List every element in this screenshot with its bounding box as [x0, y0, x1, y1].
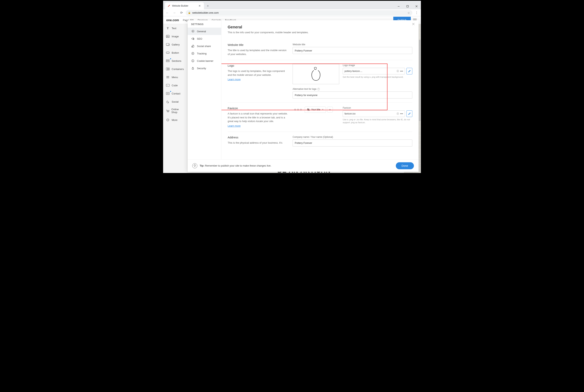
- svg-point-26: [168, 120, 168, 120]
- company-name-input[interactable]: [292, 140, 412, 146]
- tool-social[interactable]: Social: [163, 98, 187, 106]
- close-window-icon[interactable]: [412, 3, 421, 9]
- help-icon[interactable]: ?: [317, 88, 320, 90]
- back-icon[interactable]: ←: [165, 10, 170, 16]
- svg-rect-1: [407, 6, 408, 7]
- svg-rect-13: [168, 69, 169, 70]
- page-title: General: [228, 25, 412, 29]
- app-logo: one.com: [166, 18, 179, 22]
- learn-more-link[interactable]: Learn more: [228, 78, 240, 81]
- sidebar-item-general[interactable]: General: [188, 28, 221, 35]
- svg-rect-8: [166, 52, 169, 54]
- section-desc: The logo is used by templates, the logo …: [228, 69, 288, 77]
- pencil-icon: [408, 112, 411, 115]
- tool-button[interactable]: Button: [163, 48, 187, 57]
- tool-contact[interactable]: Contact: [163, 90, 187, 98]
- vase-icon: [310, 66, 322, 82]
- more-options-icon[interactable]: •••: [400, 112, 403, 115]
- favicon-file-input[interactable]: favicon.ico ⓧ •••: [343, 110, 405, 117]
- more-options-icon[interactable]: •••: [400, 70, 403, 72]
- sidebar-item-tracking[interactable]: Tracking: [188, 50, 221, 57]
- logo-alt-input[interactable]: [292, 92, 412, 98]
- tool-image[interactable]: Image: [163, 32, 187, 40]
- tool-containers[interactable]: Containers: [163, 65, 187, 73]
- logo-file-input[interactable]: pottery-favicon.... ⓧ •••: [343, 68, 405, 74]
- section-desc: The title is used by templates and the m…: [228, 48, 288, 56]
- callout-arrow-icon: ➤: [222, 53, 223, 66]
- browser-toolbar: ← → ⟳ 🔒 websitebuilder.one.com ☆ ⋮: [163, 9, 421, 16]
- svg-text:+: +: [167, 84, 168, 86]
- browser-menu-icon[interactable]: ⋮: [414, 10, 419, 16]
- section-desc: A favicon is a small icon that represent…: [228, 112, 288, 123]
- tool-more[interactable]: More: [163, 116, 187, 124]
- browser-tab[interactable]: Website Builder ✕: [165, 2, 204, 9]
- settings-sidebar-title: SETTINGS: [188, 20, 221, 28]
- edit-favicon-button[interactable]: [406, 110, 412, 117]
- section-address: Address This is the physical address of …: [228, 132, 412, 150]
- url-bar[interactable]: 🔒 websitebuilder.one.com ☆: [186, 10, 412, 16]
- svg-point-25: [167, 120, 168, 120]
- forward-icon[interactable]: →: [172, 10, 177, 16]
- bookmark-star-icon[interactable]: ☆: [408, 11, 410, 14]
- section-heading: Website title: [228, 43, 288, 46]
- svg-rect-11: [166, 68, 168, 70]
- pencil-icon: [408, 70, 411, 72]
- tool-code[interactable]: +Code: [163, 81, 187, 90]
- section-heading: Address: [228, 136, 288, 139]
- tool-sections[interactable]: Sections: [163, 57, 187, 65]
- tool-text[interactable]: TText: [163, 24, 187, 32]
- edit-logo-button[interactable]: [406, 68, 412, 74]
- minimize-icon[interactable]: [394, 3, 403, 9]
- svg-rect-34: [192, 68, 194, 70]
- done-button[interactable]: Done: [396, 162, 414, 169]
- tab-title: Website Builder: [172, 4, 198, 7]
- svg-point-32: [193, 61, 194, 61]
- maximize-icon[interactable]: [403, 3, 412, 9]
- close-tab-icon[interactable]: ✕: [198, 4, 202, 8]
- brush-icon: [168, 4, 170, 8]
- url-text: websitebuilder.one.com: [192, 11, 219, 14]
- more-icon: [166, 118, 170, 122]
- svg-point-29: [192, 53, 193, 54]
- window-controls: [394, 3, 421, 9]
- favicon-tab-preview: 🐈‍⬛ Your title ✕ ＋: [292, 106, 339, 113]
- settings-content: General This is the info used for your c…: [222, 20, 418, 159]
- cat-icon: 🐈‍⬛: [307, 108, 310, 111]
- clear-file-icon[interactable]: ⓧ: [396, 70, 399, 73]
- tool-online-shop[interactable]: Online Shop: [163, 106, 187, 116]
- scrollbar-thumb[interactable]: [419, 40, 420, 121]
- svg-point-33: [192, 61, 193, 62]
- svg-point-31: [192, 60, 193, 61]
- learn-more-link[interactable]: Learn more: [228, 124, 240, 127]
- tool-menu[interactable]: Menu: [163, 73, 187, 81]
- scrollbar[interactable]: [418, 40, 421, 167]
- page-subtitle: This is the info used for your component…: [228, 31, 412, 34]
- gear-icon: [191, 30, 194, 33]
- sidebar-item-social-share[interactable]: Social share: [188, 42, 221, 50]
- field-label: Website title: [292, 43, 412, 46]
- svg-point-27: [168, 120, 168, 120]
- containers-icon: [166, 67, 170, 71]
- section-desc: This is the physical address of your bus…: [228, 141, 288, 145]
- logo-preview: [292, 64, 339, 84]
- sidebar-item-security[interactable]: Security: [188, 64, 221, 72]
- thumbs-up-icon: [191, 44, 194, 48]
- tab-strip: Website Builder ✕ ＋: [163, 1, 421, 9]
- social-icon: [166, 100, 170, 104]
- sections-icon: [166, 59, 170, 63]
- svg-rect-19: [166, 92, 169, 95]
- field-label: Favicon: [343, 106, 412, 109]
- logo-hint: Get the best result by using a .png with…: [343, 76, 412, 78]
- plus-icon: ＋: [327, 107, 333, 112]
- tool-gallery[interactable]: Gallery: [163, 40, 187, 48]
- reload-icon[interactable]: ⟳: [179, 10, 184, 16]
- shop-icon: [166, 109, 170, 113]
- svg-point-23: [168, 112, 169, 112]
- tip-text: Tip: Remember to publish your site to ma…: [200, 164, 271, 167]
- sidebar-item-seo[interactable]: SEO: [188, 35, 221, 42]
- sidebar-item-cookie-banner[interactable]: Cookie banner: [188, 57, 221, 64]
- website-title-input[interactable]: [292, 47, 412, 54]
- new-tab-button[interactable]: ＋: [205, 3, 210, 8]
- clear-file-icon[interactable]: ⓧ: [396, 112, 399, 116]
- code-icon: +: [166, 84, 170, 87]
